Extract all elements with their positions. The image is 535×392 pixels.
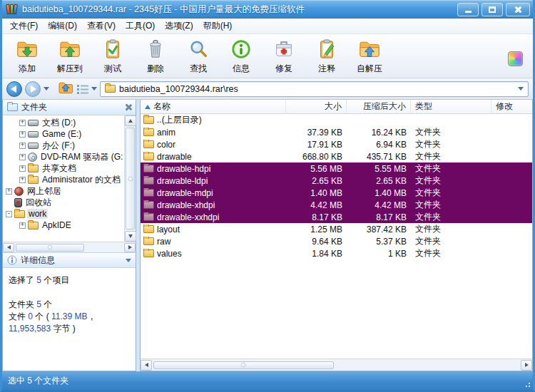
app-window: baidutieba_100729344.rar - 2345好压 - 中国用户…: [0, 0, 535, 392]
address-bar[interactable]: [100, 81, 529, 97]
views-button[interactable]: [76, 83, 97, 95]
address-dropdown-icon[interactable]: [518, 87, 524, 91]
expand-icon[interactable]: +: [19, 120, 26, 126]
folder-icon: [143, 213, 154, 221]
menu-edit[interactable]: 编辑(D): [43, 19, 82, 33]
column-name[interactable]: 名称: [141, 100, 286, 113]
expand-icon[interactable]: +: [6, 188, 12, 195]
network-icon: [14, 187, 24, 196]
list-horizontal-scrollbar[interactable]: [141, 359, 532, 371]
back-arrow-icon: [11, 86, 16, 93]
extract-to-button[interactable]: 解压到: [49, 36, 91, 76]
tree-item-work[interactable]: -work: [3, 208, 124, 220]
tree-item-shared-docs[interactable]: +共享文档: [3, 163, 124, 174]
navigation-bar: [2, 78, 533, 100]
column-packed-size[interactable]: 压缩后大小: [347, 100, 411, 113]
tree-item-dvd-drive[interactable]: +DVD-RAM 驱动器 (G:: [3, 151, 124, 163]
scroll-up-button[interactable]: [125, 115, 136, 126]
toolbar-button-label: 解压到: [57, 63, 83, 75]
minimize-icon: [465, 11, 472, 13]
table-row[interactable]: layout1.25 MB387.42 KB文件夹: [141, 223, 532, 235]
history-dropdown-icon[interactable]: [44, 87, 49, 91]
status-bar: 选中 5 个文件夹: [2, 371, 533, 390]
tree-item-network[interactable]: +网上邻居: [3, 185, 124, 197]
table-row-selected[interactable]: drawable-xhdpi4.42 MB4.42 MB文件夹: [141, 199, 532, 211]
scroll-left-button[interactable]: [3, 243, 14, 252]
expand-icon[interactable]: +: [19, 131, 26, 138]
skin-palette-button[interactable]: [508, 51, 523, 66]
menu-help[interactable]: 帮助(H): [198, 19, 238, 33]
tree-item-drive-d[interactable]: +文档 (D:): [3, 117, 124, 128]
column-type[interactable]: 类型: [411, 100, 491, 113]
title-bar: baidutieba_100729344.rar - 2345好压 - 中国用户…: [2, 0, 533, 19]
table-row-parent-dir[interactable]: ..(上层目录): [141, 114, 532, 126]
scroll-thumb[interactable]: [153, 361, 334, 369]
collapse-panel-icon[interactable]: [126, 259, 131, 262]
test-button[interactable]: 测试: [92, 36, 133, 76]
scroll-down-button[interactable]: [125, 231, 136, 242]
sfx-button[interactable]: 自解压: [349, 36, 390, 76]
maximize-button[interactable]: [482, 3, 503, 16]
collapse-icon[interactable]: -: [6, 211, 12, 217]
find-button[interactable]: 查找: [178, 36, 219, 76]
table-row[interactable]: color17.91 KB6.94 KB文件夹: [141, 138, 532, 150]
details-panel-header: 详细信息: [3, 252, 136, 268]
column-size[interactable]: 大小: [286, 100, 347, 113]
delete-button[interactable]: 删除: [135, 36, 176, 76]
tree-item-drive-f[interactable]: +办公 (F:): [3, 140, 124, 151]
expand-icon[interactable]: +: [19, 165, 26, 172]
tree-item-recycle-bin[interactable]: 回收站: [3, 197, 124, 208]
expand-icon[interactable]: +: [19, 177, 26, 183]
toolbar-button-label: 注释: [318, 63, 335, 75]
repair-button[interactable]: 修复: [263, 36, 305, 76]
address-input[interactable]: [119, 84, 514, 94]
minimize-button[interactable]: [457, 3, 479, 16]
tree-horizontal-scrollbar[interactable]: [3, 242, 136, 252]
expand-icon[interactable]: +: [19, 154, 26, 160]
file-rows: ..(上层目录) anim37.39 KB16.24 KB文件夹 color17…: [141, 114, 532, 359]
table-row[interactable]: raw9.64 KB5.37 KB文件夹: [141, 235, 532, 247]
menu-bar: 文件(F) 编辑(D) 查看(V) 工具(O) 选项(Z) 帮助(H): [2, 19, 533, 34]
forward-arrow-icon: [31, 86, 36, 93]
table-row-selected[interactable]: drawable-hdpi5.56 MB5.55 MB文件夹: [141, 163, 532, 175]
tree-item-admin-docs[interactable]: +Administrator 的文档: [3, 174, 124, 185]
table-row-selected[interactable]: drawable-ldpi2.65 KB2.65 KB文件夹: [141, 175, 532, 187]
table-row-selected[interactable]: drawable-mdpi1.40 MB1.40 MB文件夹: [141, 187, 532, 199]
tree-item-apkide[interactable]: +ApkIDE: [3, 220, 124, 231]
column-headers: 名称 大小 压缩后大小 类型 修改: [141, 100, 532, 114]
toolbar-button-label: 测试: [104, 63, 121, 75]
tree-vertical-scrollbar[interactable]: [124, 115, 136, 242]
toolbar-button-label: 删除: [147, 63, 164, 75]
table-row[interactable]: anim37.39 KB16.24 KB文件夹: [141, 126, 532, 138]
tree-item-drive-e[interactable]: +Game (E:): [3, 128, 124, 140]
resize-grip[interactable]: [523, 380, 531, 388]
folder-add-icon: [16, 38, 39, 61]
close-panel-icon[interactable]: [125, 104, 131, 110]
folder-icon: [143, 237, 154, 245]
scroll-thumb[interactable]: [126, 128, 135, 229]
up-folder-button[interactable]: [58, 80, 73, 98]
scroll-left-button[interactable]: [141, 360, 152, 371]
maximize-icon: [489, 6, 496, 13]
comment-button[interactable]: 注释: [306, 36, 347, 76]
menu-file[interactable]: 文件(F): [5, 19, 43, 33]
add-button[interactable]: 添加: [6, 36, 48, 76]
table-row[interactable]: drawable668.80 KB435.71 KB文件夹: [141, 150, 532, 163]
table-row-selected[interactable]: drawable-xxhdpi8.17 KB8.17 KB文件夹: [141, 211, 532, 223]
back-button[interactable]: [6, 81, 22, 97]
table-row[interactable]: values1.84 KB1 KB文件夹: [141, 247, 532, 259]
menu-tools[interactable]: 工具(O): [121, 19, 160, 33]
close-button[interactable]: [506, 3, 530, 16]
scroll-thumb[interactable]: [16, 244, 84, 252]
forward-button[interactable]: [25, 81, 41, 97]
scroll-right-button[interactable]: [521, 360, 532, 371]
scroll-right-button[interactable]: [124, 243, 136, 252]
main-area: 文件夹 +文档 (D:) +Game (E:) +办公 (F:) +DVD-RA…: [2, 100, 533, 371]
menu-view[interactable]: 查看(V): [82, 19, 121, 33]
column-modified[interactable]: 修改: [491, 100, 532, 113]
expand-icon[interactable]: +: [19, 143, 26, 149]
folder-icon: [143, 128, 154, 136]
expand-icon[interactable]: +: [19, 222, 26, 229]
info-button[interactable]: 信息: [220, 36, 262, 76]
menu-options[interactable]: 选项(Z): [160, 19, 198, 33]
